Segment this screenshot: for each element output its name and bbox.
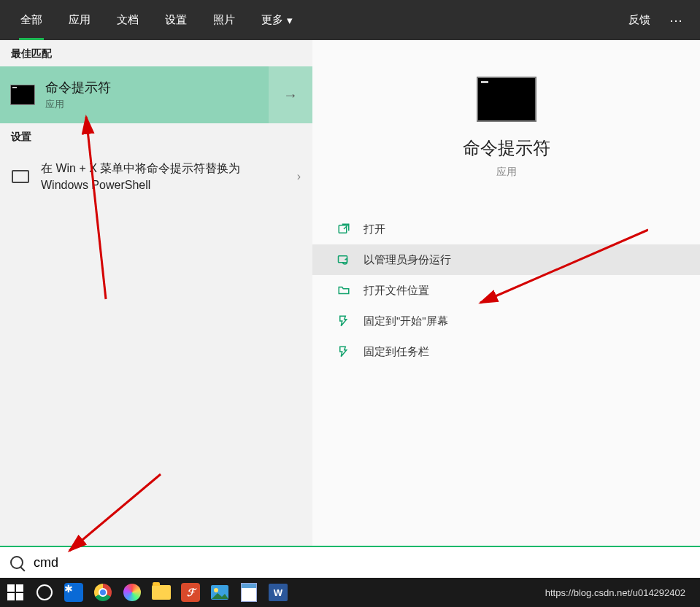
tab-apps[interactable]: 应用	[55, 0, 104, 40]
filter-tabs: 全部 应用 文档 设置 照片 更多 ▾	[7, 0, 306, 40]
taskbar-explorer[interactable]	[150, 581, 172, 603]
start-button[interactable]	[4, 581, 26, 603]
taskbar-browser360[interactable]	[121, 581, 143, 603]
more-options-button[interactable]: ⋯	[661, 12, 693, 28]
word-icon: W	[269, 584, 288, 601]
shield-icon	[337, 253, 350, 266]
feedback-button[interactable]: 反馈	[618, 13, 661, 27]
taskbar-picture[interactable]	[209, 581, 231, 603]
search-input[interactable]	[34, 555, 690, 571]
tab-more-label: 更多	[261, 13, 283, 27]
search-header: 全部 应用 文档 设置 照片 更多 ▾ 反馈 ⋯	[0, 0, 700, 40]
preview-title: 命令提示符	[312, 136, 700, 160]
taskbar: ✱ ℱ W https://blog.csdn.net/u014292402	[0, 578, 700, 607]
preview-subtitle: 应用	[312, 166, 700, 179]
settings-item-text: 在 Win + X 菜单中将命令提示符替换为 Windows PowerShel…	[41, 160, 285, 193]
taskbar-word[interactable]: W	[267, 581, 289, 603]
search-bar	[0, 546, 700, 578]
q-app-icon: ℱ	[181, 583, 200, 602]
best-match-row: 命令提示符 应用 →	[0, 66, 312, 123]
settings-result[interactable]: 在 Win + X 菜单中将命令提示符替换为 Windows PowerShel…	[0, 150, 312, 204]
best-match-title: 命令提示符	[45, 79, 111, 96]
picture-icon	[210, 584, 229, 600]
arrow-right-icon: →	[283, 87, 298, 104]
action-run-admin-label: 以管理员身份运行	[364, 253, 451, 267]
taskbar-app-q[interactable]: ℱ	[180, 581, 201, 603]
svg-point-4	[214, 588, 218, 592]
best-match-subtitle: 应用	[45, 98, 111, 111]
best-match-text: 命令提示符 应用	[45, 79, 111, 111]
chrome-icon	[94, 584, 112, 601]
chevron-down-icon: ▾	[287, 14, 293, 27]
search-body: 最佳匹配 命令提示符 应用 → 设置 在 Win + X 菜单中将命令提示符替换…	[0, 40, 700, 546]
taskbar-app-star[interactable]: ✱	[63, 581, 85, 603]
folder-icon	[337, 284, 350, 297]
settings-header: 设置	[0, 123, 312, 150]
color-ball-icon	[123, 584, 141, 601]
action-open-location[interactable]: 打开文件位置	[312, 275, 700, 306]
monitor-icon	[12, 170, 29, 183]
tab-photos[interactable]: 照片	[200, 0, 248, 40]
tab-documents[interactable]: 文档	[104, 0, 152, 40]
preview-pane: 命令提示符 应用 打开 以管理员身份运行	[312, 40, 700, 546]
svg-rect-0	[339, 225, 347, 233]
action-pin-start-label: 固定到"开始"屏幕	[364, 314, 448, 328]
preview-icon-container	[312, 77, 700, 122]
notepad-icon	[241, 583, 257, 602]
cortana-icon	[36, 584, 53, 600]
star-app-icon: ✱	[64, 583, 83, 602]
action-pin-taskbar-label: 固定到任务栏	[364, 345, 429, 359]
tab-more[interactable]: 更多 ▾	[248, 0, 306, 40]
pin-icon	[337, 314, 350, 328]
action-run-admin[interactable]: 以管理员身份运行	[312, 244, 700, 275]
search-icon	[10, 556, 23, 569]
chevron-right-icon: ›	[297, 170, 301, 183]
action-open[interactable]: 打开	[312, 214, 700, 244]
pin-taskbar-icon	[337, 345, 350, 358]
cmd-large-icon	[477, 77, 536, 122]
windows-icon	[7, 584, 23, 600]
results-pane: 最佳匹配 命令提示符 应用 → 设置 在 Win + X 菜单中将命令提示符替换…	[0, 40, 312, 546]
taskbar-notepad[interactable]	[238, 581, 260, 603]
tab-all[interactable]: 全部	[7, 0, 55, 40]
open-icon	[337, 223, 350, 236]
best-match-header: 最佳匹配	[0, 40, 312, 66]
action-open-label: 打开	[364, 223, 385, 236]
tab-settings[interactable]: 设置	[152, 0, 200, 40]
action-pin-taskbar[interactable]: 固定到任务栏	[312, 336, 700, 367]
folder-taskbar-icon	[152, 585, 171, 600]
action-open-location-label: 打开文件位置	[364, 284, 429, 298]
best-match-result[interactable]: 命令提示符 应用	[0, 66, 269, 123]
cortana-button[interactable]	[34, 581, 55, 603]
action-pin-start[interactable]: 固定到"开始"屏幕	[312, 306, 700, 336]
action-list: 打开 以管理员身份运行 打开文件位置	[312, 214, 700, 367]
expand-result-button[interactable]: →	[269, 66, 312, 123]
cmd-icon	[10, 85, 35, 105]
watermark-url: https://blog.csdn.net/u014292402	[545, 587, 696, 598]
taskbar-chrome[interactable]	[92, 581, 114, 603]
